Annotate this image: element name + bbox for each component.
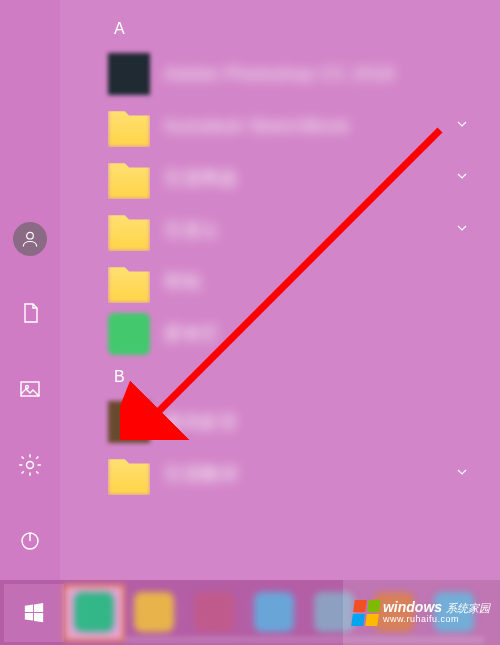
app-icon xyxy=(108,313,150,355)
app-item[interactable]: Autodesk SketchBook xyxy=(78,100,500,152)
watermark-url: www.ruhaifu.com xyxy=(383,615,490,624)
section-header-b[interactable]: B xyxy=(78,360,500,396)
app-label: 百度云 xyxy=(164,218,220,242)
watermark-text: 系统家园 xyxy=(446,602,490,614)
app-item[interactable]: 暴风影音 xyxy=(78,396,500,448)
chevron-down-icon xyxy=(454,168,470,188)
document-icon xyxy=(18,301,42,325)
chevron-down-icon xyxy=(454,116,470,136)
svg-point-2 xyxy=(26,386,29,389)
folder-icon xyxy=(108,453,150,495)
taskbar-app[interactable] xyxy=(244,585,304,641)
app-label: 百度网盘 xyxy=(164,166,238,190)
app-item[interactable]: 百度云 xyxy=(78,204,500,256)
pictures-button[interactable] xyxy=(11,370,49,408)
svg-point-3 xyxy=(27,462,34,469)
folder-icon xyxy=(108,105,150,147)
app-item[interactable]: 百度网盘 xyxy=(78,152,500,204)
app-icon xyxy=(108,401,150,443)
power-icon xyxy=(18,529,42,553)
app-label: 帮助 xyxy=(164,270,201,294)
app-item[interactable]: Adobe Photoshop CC 2018 xyxy=(78,48,500,100)
gear-icon xyxy=(17,452,43,478)
start-menu: A Adobe Photoshop CC 2018 Autodesk Sketc… xyxy=(0,0,500,580)
app-label: 爱奇艺 xyxy=(164,322,220,346)
power-button[interactable] xyxy=(11,522,49,560)
app-label: 暴风影音 xyxy=(164,410,238,434)
windows-logo-icon xyxy=(23,602,45,624)
app-item[interactable]: 帮助 xyxy=(78,256,500,308)
documents-button[interactable] xyxy=(11,294,49,332)
app-icon xyxy=(108,53,150,95)
svg-point-0 xyxy=(27,232,34,239)
folder-icon xyxy=(108,209,150,251)
watermark-text: windows xyxy=(383,599,442,615)
user-account-button[interactable] xyxy=(13,222,47,256)
app-label: Adobe Photoshop CC 2018 xyxy=(164,64,395,85)
chevron-down-icon xyxy=(454,464,470,484)
picture-icon xyxy=(18,377,42,401)
start-side-rail xyxy=(0,0,60,580)
taskbar-app[interactable] xyxy=(64,585,124,641)
app-label: Autodesk SketchBook xyxy=(164,116,350,137)
folder-icon xyxy=(108,157,150,199)
all-apps-list[interactable]: A Adobe Photoshop CC 2018 Autodesk Sketc… xyxy=(60,0,500,580)
user-icon xyxy=(20,229,40,249)
app-item[interactable]: 百度翻译 xyxy=(78,448,500,500)
taskbar-app[interactable] xyxy=(124,585,184,641)
app-label: 百度翻译 xyxy=(164,462,238,486)
taskbar-app[interactable] xyxy=(184,585,244,641)
chevron-down-icon xyxy=(454,220,470,240)
windows-logo-icon xyxy=(351,600,381,626)
settings-button[interactable] xyxy=(11,446,49,484)
start-button[interactable] xyxy=(4,584,64,642)
app-item[interactable]: 爱奇艺 xyxy=(78,308,500,360)
folder-icon xyxy=(108,261,150,303)
watermark: windows 系统家园 www.ruhaifu.com xyxy=(343,580,500,645)
section-header-a[interactable]: A xyxy=(78,12,500,48)
